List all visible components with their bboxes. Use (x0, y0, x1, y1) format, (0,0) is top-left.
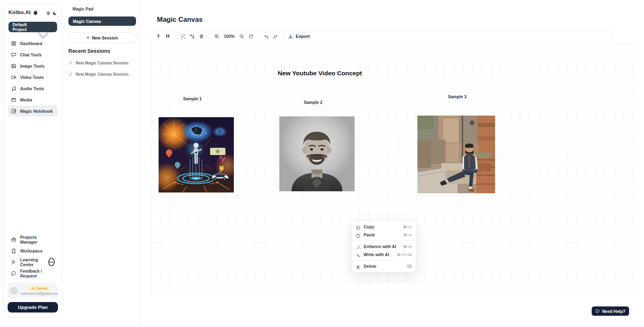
crown-icon (31, 286, 35, 290)
sidebar-item-feedback[interactable]: Feedback / Request (8, 268, 58, 279)
pencil-icon (68, 61, 73, 65)
context-menu-copy[interactable]: Copy ⌘+C (352, 223, 416, 231)
recent-sessions-heading: Recent Sessions (68, 48, 110, 54)
upgrade-plan-button[interactable]: Upgrade Plan (8, 302, 58, 313)
svg-text:¥: ¥ (219, 164, 224, 173)
wand-icon (356, 244, 361, 249)
sidebar-item-label: Video Tools (20, 75, 44, 80)
context-menu-enhance-with-ai[interactable]: Enhance with AI ⌘+E (352, 242, 416, 250)
media-icon (11, 97, 17, 103)
sample-image-1[interactable]: ¥ (159, 117, 234, 192)
moon-icon[interactable] (52, 10, 57, 15)
audio-icon (11, 86, 17, 91)
sidebar-item-label: Workspace (20, 248, 43, 253)
sample-2-label[interactable]: Sample 2 (304, 100, 322, 105)
context-menu-divider (352, 240, 416, 241)
sidebar-item-workspace[interactable]: Workspace (8, 245, 58, 256)
context-menu-paste[interactable]: Paste ⌘+V (352, 231, 416, 239)
sidebar-item-image-tools[interactable]: Image Tools (8, 60, 58, 71)
download-icon (288, 33, 293, 39)
redo-button[interactable] (271, 32, 280, 41)
plus-icon: + (87, 35, 90, 41)
sidebar-nav: Dashboard Chat Tools Image Tools Video T… (8, 38, 58, 116)
user-account-card[interactable]: Owner zoharvan12@gmail.com ⌃ (8, 283, 58, 298)
main-sidebar: Kolbo.AI Default Project Dashboard Chat … (3, 3, 62, 318)
context-menu: Copy ⌘+C Paste ⌘+V Enhance with AI ⌘+E W… (351, 220, 416, 273)
zoom-out-button[interactable] (237, 32, 246, 41)
toolbar-divider (283, 33, 283, 39)
sidebar-item-label: Learning Center (20, 257, 44, 267)
session-item[interactable]: New Magic Canvas Session (68, 61, 128, 65)
sidebar-item-learning-center[interactable]: Learning Center 66% (8, 257, 58, 267)
brain-logo-icon (32, 10, 38, 15)
export-button[interactable]: Export (286, 33, 312, 39)
context-menu-delete[interactable]: Delete ⌫ (352, 262, 416, 270)
globe-icon[interactable] (46, 10, 51, 15)
canvas-title-text[interactable]: New Youtube Video Concept (278, 70, 362, 77)
need-help-button[interactable]: Need Help? (592, 306, 629, 316)
delete-tool-button[interactable] (197, 32, 206, 41)
canvas-toolbar: T H 100% Export (150, 31, 613, 42)
sample-image-3[interactable] (417, 116, 495, 193)
building-icon (11, 248, 17, 254)
reset-view-button[interactable] (246, 32, 256, 41)
feedback-icon (11, 271, 17, 276)
image-icon (11, 63, 17, 69)
sidebar-item-magic-notebook[interactable]: Magic Notebook (8, 106, 58, 116)
new-session-button[interactable]: + New Session (68, 32, 136, 43)
sidebar-item-label: Projects Manager (20, 235, 55, 244)
user-caret-icon: ⌃ (53, 286, 56, 290)
sample-1-label[interactable]: Sample 1 (183, 96, 202, 101)
play-icon (11, 259, 17, 265)
sidebar-item-label: Image Tools (20, 64, 44, 68)
sidebar-item-media[interactable]: Media (8, 94, 58, 105)
brand-logo: Kolbo.AI (8, 9, 31, 15)
sidebar-item-projects-manager[interactable]: Projects Manager (8, 234, 58, 245)
notebook-icon (11, 108, 17, 114)
select-region-button[interactable] (178, 32, 188, 41)
workflow-tool-button[interactable] (188, 32, 197, 41)
pencil-icon (68, 72, 73, 77)
page-title: Magic Canvas (157, 16, 202, 24)
project-selector[interactable]: Default Project (8, 22, 57, 32)
sessions-panel-content: Magic Pad Magic Canvas + New Session Rec… (63, 0, 140, 327)
toolbar-divider (258, 33, 259, 39)
avatar (10, 287, 18, 295)
sidebar-item-chat-tools[interactable]: Chat Tools (8, 49, 58, 60)
user-email: zoharvan12@gmail.com (21, 292, 58, 296)
sidebar-item-dashboard[interactable]: Dashboard (8, 38, 58, 49)
tab-magic-canvas[interactable]: Magic Canvas (68, 17, 136, 26)
heading-tool-button[interactable]: H (163, 32, 172, 41)
chat-icon (11, 52, 17, 58)
zoom-in-button[interactable] (212, 32, 221, 41)
sidebar-item-label: Media (20, 97, 32, 102)
briefcase-icon (11, 237, 17, 242)
sidebar-footer-nav: Projects Manager Workspace Learning Cent… (8, 234, 58, 279)
sidebar-item-label: Chat Tools (20, 52, 41, 57)
paste-icon (356, 232, 361, 237)
text-tool-button[interactable]: T (154, 32, 163, 41)
zoom-level: 100% (221, 34, 237, 39)
tab-magic-pad[interactable]: Magic Pad (72, 6, 93, 11)
sparkles-icon (356, 252, 361, 257)
copy-icon (356, 224, 361, 229)
toolbar-divider (209, 33, 209, 39)
logo-row: Kolbo.AI (8, 9, 58, 15)
sidebar-item-video-tools[interactable]: Video Tools (8, 72, 58, 83)
toolbar-divider (175, 33, 175, 39)
sidebar-item-label: Feedback / Request (20, 269, 55, 278)
dashboard-icon (11, 41, 17, 46)
sample-3-label[interactable]: Sample 3 (448, 94, 466, 99)
sidebar-item-label: Magic Notebook (20, 109, 53, 114)
undo-button[interactable] (262, 32, 271, 41)
project-selector-label: Default Project (12, 22, 33, 32)
session-item[interactable]: New Magic Canvas Session (68, 72, 128, 77)
sample-image-2[interactable] (279, 116, 355, 191)
learning-progress-badge: 66% (48, 258, 55, 266)
help-chat-icon (595, 309, 600, 313)
sidebar-item-label: Dashboard (20, 41, 42, 46)
context-menu-write-with-ai[interactable]: Write with AI ⌘+⇧+W (352, 250, 416, 259)
sidebar-item-label: Audio Tools (20, 86, 44, 91)
role-badge: Owner (28, 286, 51, 291)
sidebar-item-audio-tools[interactable]: Audio Tools (8, 83, 58, 94)
